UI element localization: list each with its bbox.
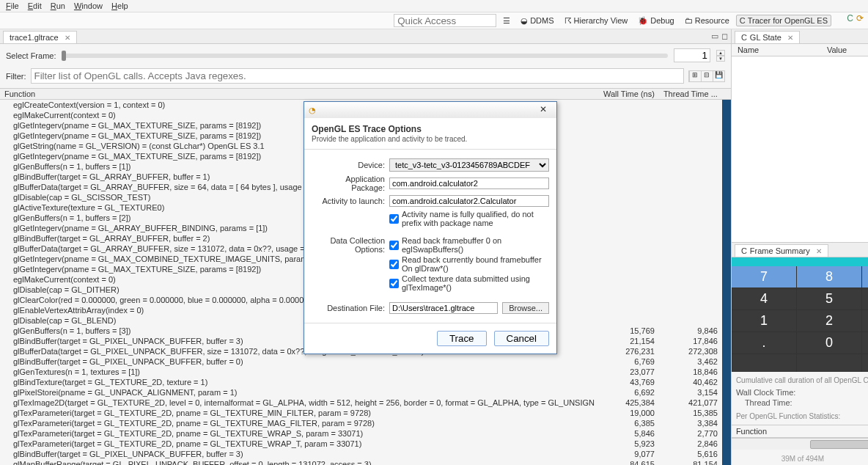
expand-icon[interactable]: ⊞: [689, 71, 701, 81]
cancel-button[interactable]: Cancel: [494, 331, 550, 346]
table-row[interactable]: glTexParameteri(target = GL_TEXTURE_2D, …: [0, 428, 731, 439]
calc-key: [862, 354, 868, 372]
col-threadtime[interactable]: Thread Time ...: [659, 89, 722, 100]
perspective-toolbar: ☰ ◒ DDMS ☈ Hierarchy View 🐞 Debug 🗀 Reso…: [0, 12, 868, 29]
table-row[interactable]: glTexParameteri(target = GL_TEXTURE_2D, …: [0, 439, 731, 449]
scrollbar-horizontal[interactable]: [732, 438, 868, 450]
collect-tex-label: Collect texture data submitted using glT…: [402, 274, 549, 292]
menu-edit[interactable]: Edit: [28, 1, 42, 10]
trace-button[interactable]: Trace: [437, 331, 487, 346]
view-toolbar: ⊞ ⊟ 💾: [688, 70, 725, 82]
trace-tab[interactable]: trace1.gltrace ✕: [3, 31, 77, 43]
col-name[interactable]: Name: [732, 44, 821, 56]
minimize-icon[interactable]: ▭: [711, 32, 718, 41]
collapse-icon[interactable]: ⊟: [701, 71, 713, 81]
close-icon[interactable]: ✕: [787, 34, 793, 42]
perspective-label: Hierarchy View: [574, 16, 628, 25]
table-row[interactable]: glBindBuffer(target = GL_PIXEL_UNPACK_BU…: [0, 356, 731, 367]
table-row[interactable]: glTexParameteri(target = GL_TEXTURE_2D, …: [0, 408, 731, 418]
save-icon[interactable]: 💾: [713, 71, 724, 81]
perspective-ddms[interactable]: ◒ DDMS: [517, 15, 557, 27]
frame-input[interactable]: [674, 48, 710, 62]
destination-label: Destination File:: [312, 304, 385, 312]
menu-run[interactable]: Run: [51, 1, 65, 10]
perspective-resource[interactable]: 🗀 Resource: [681, 15, 733, 26]
refresh-icon[interactable]: C: [847, 13, 853, 23]
perspective-tracer[interactable]: C Tracer for OpenGL ES: [736, 15, 831, 26]
capture-preview-bar: [732, 257, 868, 266]
menu-help[interactable]: Help: [111, 1, 128, 10]
readback0-checkbox[interactable]: [389, 241, 399, 250]
activity-input[interactable]: [389, 195, 549, 207]
glstate-tab[interactable]: C GL State ✕: [735, 31, 800, 43]
maximize-icon[interactable]: ◻: [721, 32, 728, 41]
collect-tex-checkbox[interactable]: [389, 279, 399, 288]
qualified-checkbox[interactable]: [389, 214, 399, 224]
dialog-title-text: OpenGL ES Trace Options: [312, 124, 422, 134]
dialog-titlebar[interactable]: ◔ ✕: [304, 102, 556, 118]
calc-key: 1: [732, 310, 796, 332]
glstate-tree[interactable]: [732, 56, 868, 242]
frame-slider[interactable]: [62, 54, 667, 58]
calc-key: 3: [862, 310, 868, 332]
calc-key: 4: [732, 288, 796, 310]
duration-label: Cumulative call duration of all OpenGL C…: [736, 376, 868, 384]
filter-input[interactable]: [31, 68, 684, 84]
menubar: File Edit Run Window Help: [0, 0, 868, 12]
package-input[interactable]: [389, 177, 549, 189]
calc-key: [797, 354, 861, 372]
device-select[interactable]: tetc_v3-tetc_v3-0123456789ABCDEF: [389, 158, 549, 172]
close-icon[interactable]: ✕: [816, 247, 822, 255]
open-perspective-button[interactable]: ☰: [499, 15, 514, 27]
stats-label: Per OpenGL Function Statistics:: [736, 412, 868, 420]
table-row[interactable]: glTexImage2D(target = GL_TEXTURE_2D, lev…: [0, 398, 731, 408]
perspective-label: Resource: [695, 16, 729, 25]
perspective-label: Tracer for OpenGL ES: [748, 16, 828, 25]
frame-selector: Select Frame: ▲▼: [0, 44, 731, 67]
col-thumb: [722, 89, 731, 100]
dialog-icon: ◔: [309, 106, 316, 115]
table-row[interactable]: glTexParameteri(target = GL_TEXTURE_2D, …: [0, 418, 731, 428]
readback0-label: Read back framebuffer 0 on eglSwapBuffer…: [402, 236, 549, 254]
filter-label: Filter:: [6, 72, 26, 81]
destination-input[interactable]: [389, 302, 498, 314]
frame-spinner[interactable]: ▲▼: [716, 50, 725, 62]
sync-icon[interactable]: ⟳: [856, 13, 864, 23]
browse-button[interactable]: Browse...: [502, 302, 549, 314]
quick-access-input[interactable]: [394, 14, 496, 27]
calc-key: =: [862, 332, 868, 354]
status-footer: 39M of 494M: [0, 455, 868, 465]
close-icon[interactable]: ✕: [65, 34, 70, 42]
col-walltime[interactable]: Wall Time (ns): [599, 89, 659, 100]
package-label: Application Package:: [312, 175, 385, 192]
collection-label: Data Collection Options:: [312, 236, 385, 254]
trace-options-dialog: ◔ ✕ OpenGL ES Trace Options Provide the …: [304, 101, 557, 354]
dialog-close-icon[interactable]: ✕: [534, 104, 552, 116]
perspective-hierarchy[interactable]: ☈ Hierarchy View: [561, 15, 632, 27]
col-function[interactable]: Function: [732, 425, 868, 437]
table-row[interactable]: glGenTextures(n = 1, textures = [1])23,0…: [0, 367, 731, 377]
readback-draw-checkbox[interactable]: [389, 260, 399, 269]
framesummary-tab-bar: C Frame Summary ✕ ▣+▭◻: [732, 243, 868, 257]
wallclock-label: Wall Clock Time:: [736, 388, 796, 397]
stats-header: Function C... Wall Time... Th: [732, 425, 868, 438]
toolbar-extra: C ⟳: [847, 13, 864, 23]
menu-window[interactable]: Window: [74, 1, 103, 10]
calc-key: 5: [797, 288, 861, 310]
qualified-label: Activity name is fully qualified, do not…: [402, 210, 549, 227]
calc-key: [732, 354, 796, 372]
framesummary-tab[interactable]: C Frame Summary ✕: [735, 244, 828, 257]
calc-key: 6: [862, 288, 868, 310]
readback-draw-label: Read back currently bound framebuffer On…: [402, 255, 549, 273]
menu-file[interactable]: File: [6, 1, 19, 10]
col-value[interactable]: Value: [821, 44, 868, 56]
calc-key: 2: [797, 310, 861, 332]
calc-key: 8: [797, 266, 861, 288]
table-row[interactable]: glBindTexture(target = GL_TEXTURE_2D, te…: [0, 377, 731, 387]
perspective-debug[interactable]: 🐞 Debug: [634, 15, 677, 27]
col-function[interactable]: Function: [0, 89, 599, 100]
table-row[interactable]: glPixelStorei(pname = GL_UNPACK_ALIGNMEN…: [0, 387, 731, 398]
framesummary-label: Frame Summary: [750, 246, 810, 255]
calc-key: .: [732, 332, 796, 354]
calculator-preview: 789删除456÷123×.0=−+: [732, 266, 868, 372]
